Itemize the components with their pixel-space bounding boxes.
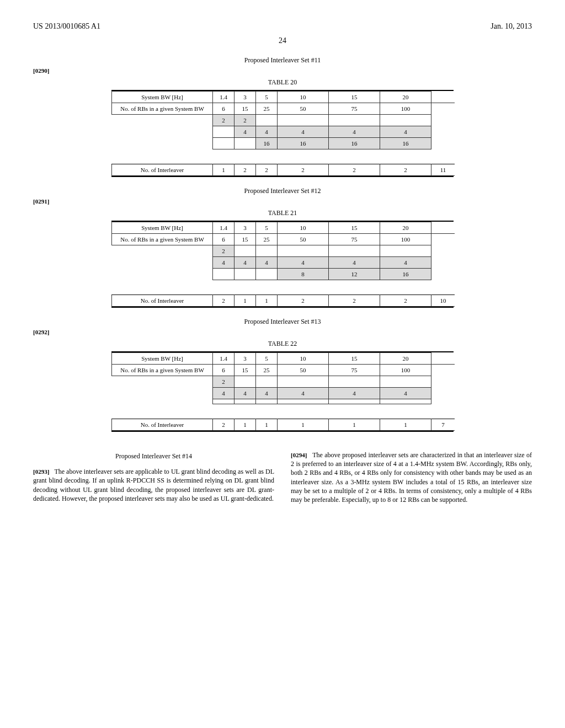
table-cell (431, 138, 455, 149)
table-cell (112, 399, 213, 404)
table-cell (380, 115, 431, 126)
table-cell: 2 (213, 376, 234, 388)
table-cell (234, 138, 256, 149)
table-cell (431, 257, 455, 269)
table-cell: 1 (380, 419, 431, 431)
table-caption-22: TABLE 22 (33, 340, 532, 348)
table-cell: 6 (213, 234, 234, 245)
table-cell: 2 (278, 164, 329, 176)
table-cell: 4 (380, 388, 431, 399)
table-cell: 2 (329, 295, 380, 307)
table-cell (278, 245, 329, 257)
table-cell: 4 (256, 257, 278, 269)
table-cell: 12 (329, 269, 380, 280)
row-label-rbs: No. of RBs in a given System BW (112, 103, 213, 115)
table-cell: 4 (256, 388, 278, 399)
table-cell: 4 (213, 257, 234, 269)
row-label-system-bw: System BW [Hz] (112, 222, 213, 234)
table-cell: 100 (380, 103, 431, 115)
table-cell: 5 (256, 222, 278, 234)
table-cell: 2 (234, 164, 256, 176)
table-cell (112, 138, 213, 149)
publication-number: US 2013/0010685 A1 (33, 22, 100, 31)
table-cell: 50 (278, 103, 329, 115)
table-cell: 15 (234, 103, 256, 115)
table-cell (112, 126, 213, 138)
table-cell: 20 (380, 353, 431, 365)
section-title-12: Proposed Interleaver Set #12 (33, 187, 532, 195)
row-label-system-bw: System BW [Hz] (112, 353, 213, 365)
publication-date: Jan. 10, 2013 (491, 22, 532, 31)
table-cell (431, 234, 455, 245)
table-cell (380, 399, 431, 404)
table-cell: 4 (329, 388, 380, 399)
table-cell: 4 (380, 257, 431, 269)
table-cell: 75 (329, 103, 380, 115)
column-right: [0294] The above proposed interleaver se… (291, 444, 532, 511)
table-cell: 2 (278, 295, 329, 307)
table-cell: 1 (256, 295, 278, 307)
table-cell (256, 115, 278, 126)
table-cell (112, 257, 213, 269)
table-cell: 16 (278, 138, 329, 149)
table-cell: 2 (380, 295, 431, 307)
table-21: System BW [Hz]1.435101520No. of RBs in a… (111, 221, 454, 308)
table-cell: 7 (431, 419, 455, 431)
table-cell: 11 (431, 164, 455, 176)
table-caption-20: TABLE 20 (33, 78, 532, 87)
table-cell: 20 (380, 222, 431, 234)
table-cell: 15 (329, 353, 380, 365)
table-cell: 4 (278, 257, 329, 269)
table-cell (380, 376, 431, 388)
page-number: 24 (33, 36, 532, 45)
table-cell (431, 353, 455, 365)
table-cell (380, 245, 431, 257)
table-cell (256, 376, 278, 388)
table-cell: 15 (329, 92, 380, 103)
table-cell (256, 399, 278, 404)
table-cell (256, 245, 278, 257)
table-cell (213, 138, 234, 149)
table-cell (213, 269, 234, 280)
table-cell: 10 (278, 353, 329, 365)
table-cell: 2 (213, 419, 234, 431)
table-cell: 50 (278, 234, 329, 245)
table-cell (213, 399, 234, 404)
table-cell: 4 (256, 126, 278, 138)
table-cell: 100 (380, 234, 431, 245)
table-cell: 4 (380, 126, 431, 138)
table-cell (256, 269, 278, 280)
paragraph-number-0293: [0293] (33, 468, 49, 475)
table-cell (329, 399, 380, 404)
paragraph-text-0293: The above interleaver sets are applicabl… (33, 468, 274, 502)
table-cell: 1 (234, 295, 256, 307)
paragraph-number-0294: [0294] (291, 452, 307, 458)
table-cell (431, 92, 455, 103)
table-cell: 1.4 (213, 353, 234, 365)
row-label-interleaver: No. of Interleaver (112, 164, 213, 176)
table-cell: 4 (234, 126, 256, 138)
table-cell: 1.4 (213, 92, 234, 103)
table-cell (278, 376, 329, 388)
table-cell (431, 245, 455, 257)
table-cell: 3 (234, 92, 256, 103)
section-title-13: Proposed Interleaver Set #13 (33, 318, 532, 326)
table-cell (431, 115, 455, 126)
table-cell (329, 376, 380, 388)
table-cell: 10 (278, 92, 329, 103)
table-cell (431, 126, 455, 138)
table-cell (234, 245, 256, 257)
table-cell: 1 (256, 419, 278, 431)
table-cell (329, 245, 380, 257)
table-cell (431, 269, 455, 280)
table-cell: 6 (213, 103, 234, 115)
table-cell (112, 388, 213, 399)
table-cell: 20 (380, 92, 431, 103)
section-title-11: Proposed Interleaver Set #11 (33, 56, 532, 65)
table-cell (112, 245, 213, 257)
table-cell: 75 (329, 234, 380, 245)
table-cell: 2 (213, 295, 234, 307)
table-cell (112, 376, 213, 388)
table-cell: 5 (256, 92, 278, 103)
table-cell: 8 (278, 269, 329, 280)
